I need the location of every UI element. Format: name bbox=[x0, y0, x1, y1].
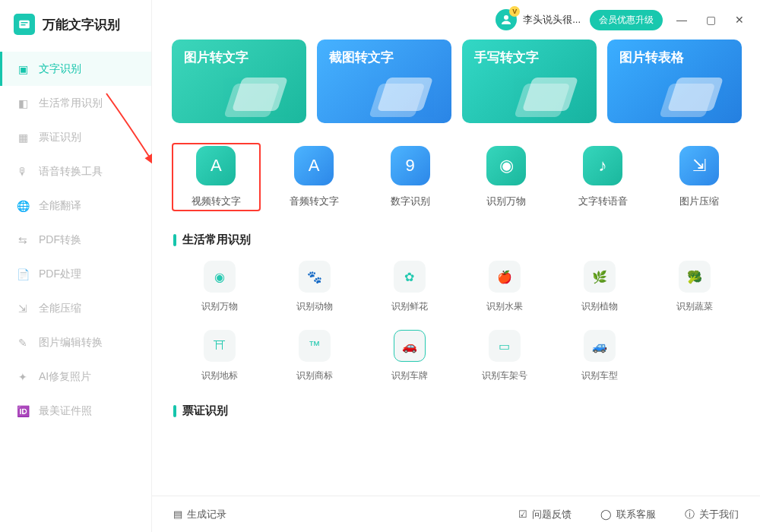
tool-1[interactable]: A音频转文字 bbox=[271, 143, 357, 211]
chip-label: 识别万物 bbox=[201, 300, 238, 313]
section-bar-icon bbox=[173, 405, 176, 417]
life-chip-1[interactable]: 🐾识别动物 bbox=[267, 261, 362, 313]
life-chip-3[interactable]: 🍎识别水果 bbox=[457, 261, 552, 313]
chip-label: 识别车型 bbox=[581, 369, 618, 382]
tool-0[interactable]: A视频转文字 bbox=[172, 143, 261, 211]
tool-label: 音频转文字 bbox=[290, 195, 339, 208]
chip-icon: 🍎 bbox=[489, 261, 521, 293]
nav-label: 最美证件照 bbox=[39, 404, 92, 418]
section-title-ticket: 票证识别 bbox=[173, 404, 742, 418]
svg-rect-5 bbox=[232, 78, 288, 111]
hero-art-icon bbox=[363, 68, 447, 123]
tool-icon: ♪ bbox=[583, 146, 622, 185]
tool-5[interactable]: ⇲图片压缩 bbox=[656, 143, 742, 211]
content: 图片转文字截图转文字手写转文字图片转表格 A视频转文字A音频转文字9数字识别◉识… bbox=[152, 40, 760, 418]
footer-about[interactable]: ⓘ关于我们 bbox=[685, 508, 739, 521]
hero-card-2[interactable]: 手写转文字 bbox=[462, 40, 597, 123]
nav-label: 文字识别 bbox=[39, 62, 81, 76]
tool-3[interactable]: ◉识别万物 bbox=[464, 143, 549, 211]
sidebar-item-9[interactable]: ✦AI修复照片 bbox=[0, 359, 151, 394]
tool-2[interactable]: 9数字识别 bbox=[367, 143, 453, 211]
section-title-text: 票证识别 bbox=[182, 404, 228, 418]
nav-label: PDF处理 bbox=[39, 268, 81, 281]
nav-label: 图片编辑转换 bbox=[39, 336, 103, 350]
chip-label: 识别地标 bbox=[201, 369, 238, 382]
hero-card-3[interactable]: 图片转表格 bbox=[607, 40, 742, 123]
list-icon: ▤ bbox=[173, 508, 182, 520]
nav-icon: ⇆ bbox=[16, 233, 30, 247]
section-bar-icon bbox=[173, 234, 176, 246]
nav-label: PDF转换 bbox=[39, 233, 81, 247]
life-chip-8[interactable]: 🚗识别车牌 bbox=[362, 330, 457, 382]
hero-label: 图片转文字 bbox=[184, 50, 249, 65]
tool-label: 图片压缩 bbox=[679, 195, 719, 208]
life-chip-10[interactable]: 🚙识别车型 bbox=[552, 330, 647, 382]
app-title: 万能文字识别 bbox=[43, 16, 120, 33]
maximize-button[interactable]: ▢ bbox=[701, 10, 720, 30]
headset-icon: ◯ bbox=[600, 508, 612, 520]
sidebar-item-10[interactable]: 🆔最美证件照 bbox=[0, 394, 151, 428]
chip-icon: ✿ bbox=[394, 261, 426, 293]
tool-label: 数字识别 bbox=[391, 195, 430, 208]
nav-icon: ▦ bbox=[16, 131, 30, 144]
sidebar-nav: ▣文字识别◧生活常用识别▦票证识别🎙语音转换工具🌐全能翻译⇆PDF转换📄PDF处… bbox=[0, 52, 151, 428]
sidebar-item-5[interactable]: ⇆PDF转换 bbox=[0, 223, 151, 257]
sidebar-item-3[interactable]: 🎙语音转换工具 bbox=[0, 154, 151, 188]
tool-4[interactable]: ♪文字转语音 bbox=[560, 143, 646, 211]
footer-history[interactable]: ▤生成记录 bbox=[173, 508, 226, 521]
life-chip-0[interactable]: ◉识别万物 bbox=[172, 261, 267, 313]
footer-contact[interactable]: ◯联系客服 bbox=[600, 508, 656, 521]
section-title-text: 生活常用识别 bbox=[182, 233, 251, 247]
minimize-button[interactable]: — bbox=[672, 10, 692, 30]
svg-rect-9 bbox=[522, 78, 578, 111]
life-chip-4[interactable]: 🌿识别植物 bbox=[552, 261, 647, 313]
info-icon: ⓘ bbox=[685, 508, 695, 521]
tool-label: 视频转文字 bbox=[192, 195, 241, 208]
life-chip-9[interactable]: ▭识别车架号 bbox=[457, 330, 552, 382]
close-button[interactable]: ✕ bbox=[730, 10, 749, 30]
hero-label: 手写转文字 bbox=[474, 50, 539, 65]
sidebar-item-7[interactable]: ⇲全能压缩 bbox=[0, 291, 151, 325]
tool-icon: 9 bbox=[391, 146, 430, 185]
chip-label: 识别鲜花 bbox=[391, 300, 428, 313]
nav-label: 语音转换工具 bbox=[39, 165, 103, 179]
hero-card-0[interactable]: 图片转文字 bbox=[172, 40, 306, 123]
sidebar-item-1[interactable]: ◧生活常用识别 bbox=[0, 86, 151, 120]
footer-feedback[interactable]: ☑问题反馈 bbox=[518, 508, 572, 521]
vip-badge: V bbox=[509, 6, 520, 17]
sidebar-item-0[interactable]: ▣文字识别 bbox=[0, 52, 151, 86]
svg-rect-2 bbox=[21, 24, 26, 26]
chip-label: 识别水果 bbox=[486, 300, 523, 313]
svg-point-3 bbox=[504, 15, 508, 20]
chip-icon: 🌿 bbox=[584, 261, 616, 293]
chip-icon: ⛩ bbox=[204, 330, 236, 362]
chip-label: 识别商标 bbox=[296, 369, 333, 382]
sidebar-item-4[interactable]: 🌐全能翻译 bbox=[0, 188, 151, 223]
tool-icon: ⇲ bbox=[679, 146, 719, 185]
sidebar: 万能文字识别 ▣文字识别◧生活常用识别▦票证识别🎙语音转换工具🌐全能翻译⇆PDF… bbox=[0, 0, 152, 532]
hero-card-1[interactable]: 截图转文字 bbox=[317, 40, 451, 123]
sidebar-item-8[interactable]: ✎图片编辑转换 bbox=[0, 325, 151, 359]
chip-label: 识别植物 bbox=[581, 300, 618, 313]
hero-row: 图片转文字截图转文字手写转文字图片转表格 bbox=[172, 40, 742, 123]
nav-icon: 📄 bbox=[16, 268, 30, 281]
user-block[interactable]: V 李头说头很... bbox=[496, 9, 581, 30]
svg-rect-11 bbox=[667, 78, 724, 111]
nav-icon: ▣ bbox=[16, 62, 30, 76]
main-panel: V 李头说头很... 会员优惠升级 — ▢ ✕ 图片转文字截图转文字手写转文字图… bbox=[152, 0, 760, 532]
life-grid: ◉识别万物🐾识别动物✿识别鲜花🍎识别水果🌿识别植物🥦识别蔬菜⛩识别地标™识别商标… bbox=[172, 261, 742, 382]
chip-icon: 🐾 bbox=[299, 261, 331, 293]
upgrade-button[interactable]: 会员优惠升级 bbox=[590, 10, 663, 30]
nav-icon: ✦ bbox=[16, 370, 30, 384]
sidebar-item-6[interactable]: 📄PDF处理 bbox=[0, 257, 151, 291]
chip-icon: ▭ bbox=[489, 330, 521, 362]
tool-icon: ◉ bbox=[486, 146, 526, 185]
nav-label: AI修复照片 bbox=[39, 370, 91, 384]
nav-label: 生活常用识别 bbox=[39, 97, 103, 110]
life-chip-5[interactable]: 🥦识别蔬菜 bbox=[647, 261, 742, 313]
life-chip-2[interactable]: ✿识别鲜花 bbox=[362, 261, 457, 313]
check-icon: ☑ bbox=[518, 508, 527, 520]
life-chip-7[interactable]: ™识别商标 bbox=[267, 330, 362, 382]
life-chip-6[interactable]: ⛩识别地标 bbox=[172, 330, 267, 382]
sidebar-item-2[interactable]: ▦票证识别 bbox=[0, 120, 151, 154]
